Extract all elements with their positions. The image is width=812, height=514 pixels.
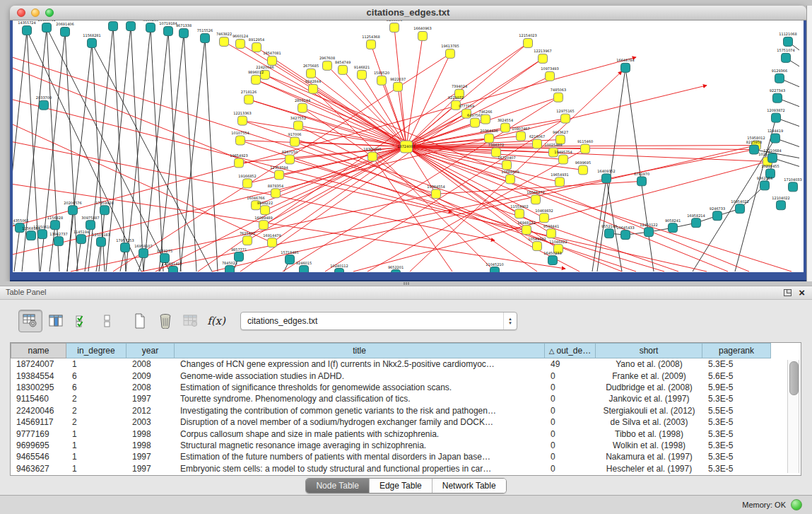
network-node[interactable]: [286, 155, 295, 164]
column-header-name[interactable]: name: [11, 343, 66, 358]
table-row[interactable]: 911546021997Tourette syndrome. Phenomeno…: [11, 393, 801, 404]
network-node[interactable]: [559, 155, 568, 164]
column-header-year[interactable]: year: [126, 343, 175, 358]
table-row[interactable]: 1872400712008Changes of HCN gene express…: [11, 358, 801, 370]
table-row[interactable]: 977716911998Corpus callosum shape and si…: [11, 428, 801, 439]
close-window-button[interactable]: [17, 8, 25, 17]
network-table-select[interactable]: citations_edges.txt ▲▼: [240, 312, 517, 330]
table-row[interactable]: 946554611997Estimation of the future num…: [11, 451, 801, 462]
unselect-all-checkboxes-button[interactable]: [96, 310, 119, 332]
network-node[interactable]: [201, 33, 210, 42]
network-node[interactable]: [547, 229, 556, 238]
network-node[interactable]: [236, 39, 245, 48]
network-node[interactable]: [307, 69, 316, 78]
float-window-icon[interactable]: [784, 289, 792, 296]
network-node[interactable]: [621, 230, 630, 240]
network-node[interactable]: [377, 76, 387, 85]
network-node[interactable]: [86, 221, 95, 230]
network-node[interactable]: [561, 114, 570, 123]
minimize-window-button[interactable]: [31, 8, 40, 17]
network-node[interactable]: [61, 27, 70, 36]
network-canvas[interactable]: 1830029519384554982203715885209146821845…: [13, 21, 804, 272]
network-node[interactable]: [533, 139, 542, 148]
table-row[interactable]: 2242004622012Investigating the contribut…: [11, 405, 801, 416]
delete-columns-button[interactable]: [154, 310, 177, 332]
network-node[interactable]: [540, 214, 549, 223]
network-node[interactable]: [539, 54, 548, 63]
network-node[interactable]: [533, 242, 542, 251]
network-node[interactable]: [69, 206, 78, 215]
table-row[interactable]: 1938455462009Genome-wide association stu…: [11, 370, 801, 381]
network-node[interactable]: [40, 100, 49, 110]
close-panel-icon[interactable]: ×: [799, 288, 805, 298]
network-node[interactable]: [418, 31, 428, 40]
network-node[interactable]: [501, 123, 510, 132]
network-node[interactable]: [238, 116, 247, 125]
show-columns-button[interactable]: [45, 310, 68, 332]
network-node[interactable]: [645, 228, 654, 237]
network-node[interactable]: [775, 74, 784, 83]
column-header-out_de[interactable]: △out_de…: [545, 343, 596, 358]
network-node[interactable]: [554, 93, 563, 102]
select-all-checkboxes-button[interactable]: [71, 310, 93, 332]
network-view-window[interactable]: citations_edges.txt 18300295193845549822…: [10, 6, 806, 281]
network-node[interactable]: [768, 153, 777, 163]
column-header-in_degree[interactable]: in_degree: [66, 343, 126, 358]
network-node[interactable]: [121, 243, 130, 252]
network-node[interactable]: [109, 21, 118, 30]
network-node[interactable]: [23, 25, 32, 35]
network-node[interactable]: [235, 158, 244, 168]
network-node[interactable]: [164, 26, 173, 35]
network-node[interactable]: [789, 182, 798, 192]
table-row[interactable]: 1830029562008Estimation of significance …: [11, 382, 801, 393]
network-node[interactable]: [555, 177, 565, 187]
network-node[interactable]: [268, 238, 277, 247]
network-node[interactable]: [367, 40, 376, 49]
network-node[interactable]: [271, 189, 281, 198]
network-node[interactable]: [180, 28, 189, 37]
tab-network-table[interactable]: Network Table: [432, 479, 506, 493]
network-node[interactable]: [42, 23, 52, 32]
divider-grip-icon[interactable]: [404, 282, 410, 285]
network-node[interactable]: [243, 179, 252, 188]
network-window-titlebar[interactable]: citations_edges.txt: [10, 6, 806, 21]
network-node[interactable]: [368, 152, 377, 161]
network-node[interactable]: [771, 134, 780, 143]
network-node[interactable]: [546, 71, 555, 81]
network-node[interactable]: [548, 256, 558, 265]
network-node[interactable]: [446, 49, 455, 58]
network-node[interactable]: [259, 221, 269, 230]
network-node[interactable]: [524, 38, 533, 47]
network-node[interactable]: [358, 70, 367, 79]
network-node[interactable]: [339, 65, 348, 74]
network-node[interactable]: [54, 237, 64, 246]
vertical-scrollbar[interactable]: [787, 360, 799, 473]
table-settings-button[interactable]: [18, 310, 42, 332]
network-node[interactable]: [51, 221, 60, 230]
network-node[interactable]: [220, 37, 229, 46]
network-node[interactable]: [286, 255, 295, 264]
network-node[interactable]: [252, 75, 261, 84]
network-node[interactable]: [394, 82, 403, 91]
table-row[interactable]: 946362711997Embryonic stem cells: a mode…: [11, 463, 801, 474]
network-node[interactable]: [294, 121, 303, 130]
network-node[interactable]: [506, 175, 515, 184]
network-node[interactable]: [290, 137, 300, 146]
function-builder-button[interactable]: f(x): [205, 310, 228, 332]
network-node[interactable]: [309, 84, 318, 93]
network-node[interactable]: [485, 134, 494, 143]
network-node[interactable]: [300, 266, 309, 272]
network-node[interactable]: [522, 226, 531, 235]
network-node[interactable]: [777, 201, 786, 210]
network-node[interactable]: [169, 267, 178, 272]
network-node[interactable]: [390, 23, 399, 32]
network-node[interactable]: [335, 269, 344, 272]
network-node[interactable]: [298, 103, 307, 112]
network-node[interactable]: [38, 230, 47, 239]
column-header-title[interactable]: title: [175, 343, 545, 358]
network-node[interactable]: [392, 270, 401, 272]
network-node[interactable]: [139, 249, 148, 258]
tab-edge-table[interactable]: Edge Table: [369, 479, 432, 493]
network-node[interactable]: [490, 267, 500, 272]
network-node[interactable]: [268, 56, 277, 65]
